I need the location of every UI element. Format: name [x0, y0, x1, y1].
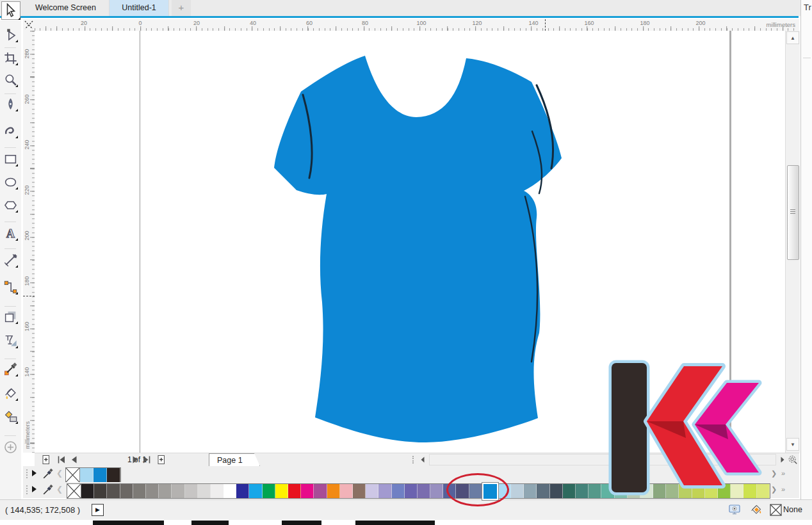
scroll-left-button[interactable]: [418, 455, 428, 465]
color-swatch[interactable]: [392, 484, 405, 498]
color-swatch[interactable]: [80, 468, 93, 482]
color-swatch[interactable]: [288, 484, 301, 498]
no-fill-swatch[interactable]: [770, 504, 782, 516]
color-swatch[interactable]: [327, 484, 340, 498]
horizontal-ruler[interactable]: millimeters 2002040608010012014016018020…: [35, 19, 799, 31]
color-swatch[interactable]: [263, 484, 275, 498]
scrollbar-splitter[interactable]: [412, 456, 416, 464]
color-swatch[interactable]: [511, 484, 524, 498]
new-document-tab-button[interactable]: +: [172, 0, 191, 16]
scroll-down-button[interactable]: ▼: [786, 438, 799, 451]
docker-panel-edge[interactable]: Tr: [800, 0, 812, 525]
dimension-tool[interactable]: [4, 254, 17, 267]
smart-fill-tool[interactable]: [4, 410, 17, 423]
fill-icon[interactable]: [751, 504, 763, 516]
color-swatch[interactable]: [94, 484, 107, 498]
color-swatch[interactable]: [469, 484, 482, 498]
color-swatch[interactable]: [443, 484, 456, 498]
color-swatch[interactable]: [563, 484, 576, 498]
rectangle-tool[interactable]: [4, 152, 17, 166]
color-swatch[interactable]: [249, 484, 262, 498]
connector-tool[interactable]: [4, 280, 17, 294]
previous-page-button[interactable]: [69, 455, 79, 465]
add-page-after-button[interactable]: [156, 455, 166, 465]
page-tab[interactable]: Page 1: [209, 453, 260, 466]
add-page-before-button[interactable]: [41, 455, 51, 465]
palette-scroll-left[interactable]: ❮: [56, 469, 63, 478]
palette-expand-button[interactable]: »: [781, 469, 785, 477]
tab-untitled-1[interactable]: Untitled-1: [110, 0, 169, 16]
color-swatch-selected[interactable]: [482, 483, 498, 500]
color-swatch[interactable]: [159, 484, 172, 498]
color-swatch[interactable]: [366, 484, 378, 498]
pick-tool[interactable]: [1, 1, 20, 20]
color-swatch[interactable]: [498, 484, 511, 498]
color-swatch[interactable]: [340, 484, 353, 498]
color-swatch[interactable]: [301, 484, 314, 498]
palette-flyout-button[interactable]: [32, 486, 37, 492]
color-swatch[interactable]: [314, 484, 327, 498]
color-swatch[interactable]: [211, 484, 223, 498]
first-page-button[interactable]: [56, 455, 67, 465]
color-swatch[interactable]: [172, 484, 184, 498]
last-page-button[interactable]: [142, 455, 152, 465]
color-swatch[interactable]: [589, 484, 601, 498]
scroll-up-button[interactable]: ▲: [786, 31, 799, 44]
palette-scroll-right[interactable]: ❯: [771, 485, 777, 494]
color-swatch[interactable]: [456, 484, 469, 498]
zoom-tool[interactable]: [4, 73, 17, 86]
interactive-fill-tool[interactable]: [4, 387, 17, 400]
no-color-swatch[interactable]: [66, 468, 80, 482]
vertical-ruler[interactable]: millimeters 280260240220200180160140: [23, 31, 35, 453]
palette-expand-button[interactable]: »: [781, 485, 785, 493]
polygon-tool[interactable]: [4, 198, 17, 212]
text-tool[interactable]: A: [4, 227, 17, 240]
color-swatch[interactable]: [146, 484, 159, 498]
color-swatch[interactable]: [378, 484, 391, 498]
navigator-zoom-button[interactable]: [788, 455, 798, 465]
color-eyedropper-tool[interactable]: [4, 362, 17, 376]
artistic-media-tool[interactable]: [4, 124, 17, 138]
crop-tool[interactable]: [4, 51, 17, 65]
freehand-tool[interactable]: [4, 97, 17, 111]
color-swatch[interactable]: [275, 484, 288, 498]
color-swatch[interactable]: [198, 484, 211, 498]
next-page-button[interactable]: [130, 455, 140, 465]
color-swatch[interactable]: [576, 484, 589, 498]
palette-drag-handle[interactable]: [26, 469, 29, 478]
vertical-scrollbar[interactable]: ▲ ▼: [785, 31, 800, 453]
color-swatch[interactable]: [93, 468, 107, 482]
no-color-swatch[interactable]: [67, 484, 81, 498]
color-swatch[interactable]: [120, 484, 133, 498]
palette-scroll-left[interactable]: ❮: [56, 485, 63, 494]
color-swatch[interactable]: [353, 484, 366, 498]
palette-flyout-button[interactable]: [32, 470, 37, 476]
color-swatch[interactable]: [185, 484, 198, 498]
color-swatch[interactable]: [524, 484, 537, 498]
color-swatch[interactable]: [537, 484, 549, 498]
tab-welcome-screen[interactable]: Welcome Screen: [22, 0, 110, 16]
transparency-tool[interactable]: [4, 334, 17, 348]
coordinates-flyout-button[interactable]: ▶: [92, 504, 104, 516]
palette-eyedropper-icon[interactable]: [42, 468, 54, 480]
color-swatch[interactable]: [223, 484, 236, 498]
palette-drag-handle[interactable]: [26, 485, 29, 494]
vertical-scroll-thumb[interactable]: [787, 165, 799, 260]
color-swatch[interactable]: [133, 484, 146, 498]
palette-scroll-right[interactable]: ❯: [771, 469, 777, 478]
scroll-right-button[interactable]: [777, 455, 788, 465]
color-swatch[interactable]: [550, 484, 563, 498]
ruler-origin-button[interactable]: [23, 19, 35, 31]
color-swatch[interactable]: [107, 468, 120, 482]
color-proof-icon[interactable]: [729, 504, 741, 516]
ellipse-tool[interactable]: [4, 175, 17, 189]
color-swatch[interactable]: [405, 484, 418, 498]
palette-eyedropper-icon[interactable]: [42, 484, 54, 496]
color-swatch[interactable]: [418, 484, 430, 498]
drop-shadow-tool[interactable]: [4, 310, 17, 323]
color-swatch[interactable]: [430, 484, 443, 498]
shape-tool[interactable]: [4, 28, 17, 42]
quick-customize-button[interactable]: [4, 440, 17, 454]
color-swatch[interactable]: [236, 484, 249, 498]
color-swatch[interactable]: [81, 484, 94, 498]
